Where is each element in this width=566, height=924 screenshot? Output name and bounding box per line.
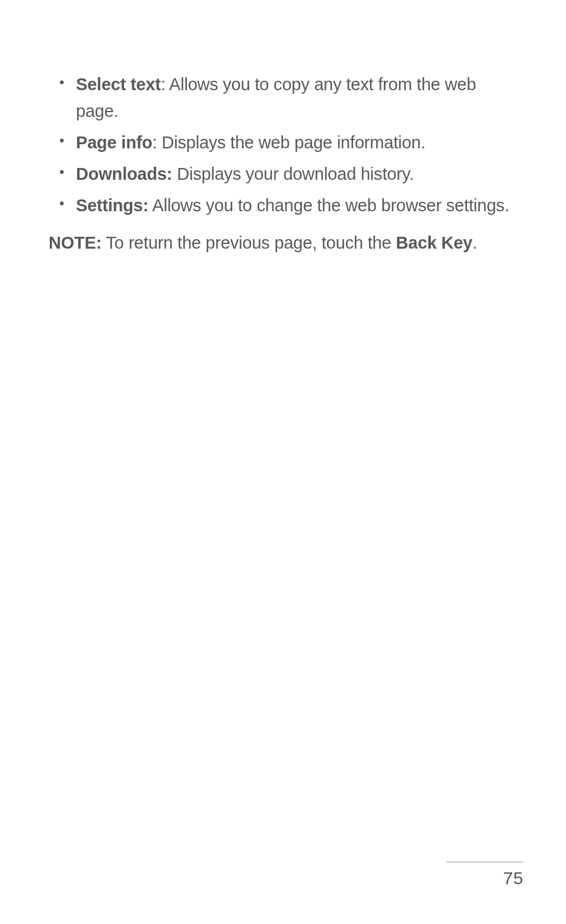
- list-desc: Allows you to change the web browser set…: [152, 196, 510, 215]
- page-footer: 75: [446, 862, 523, 888]
- list-sep: :: [161, 75, 169, 94]
- page-rule: [446, 862, 523, 862]
- bullet-list: Select text: Allows you to copy any text…: [49, 71, 517, 219]
- list-sep: :: [152, 133, 162, 152]
- note-paragraph: NOTE: To return the previous page, touch…: [49, 230, 517, 256]
- note-text-after: .: [472, 233, 477, 252]
- note-label: NOTE:: [49, 233, 101, 252]
- list-term: Page info: [76, 133, 152, 152]
- list-item: Settings: Allows you to change the web b…: [59, 192, 517, 219]
- note-key: Back Key: [396, 233, 472, 252]
- page-number: 75: [446, 868, 523, 888]
- list-term: Downloads:: [76, 164, 172, 183]
- list-item: Select text: Allows you to copy any text…: [59, 71, 517, 125]
- list-item: Page info: Displays the web page informa…: [59, 129, 517, 156]
- note-text-before: To return the previous page, touch the: [101, 233, 396, 252]
- list-term: Select text: [76, 75, 161, 94]
- list-term: Settings:: [76, 196, 148, 215]
- list-desc: Displays the web page information.: [161, 133, 425, 152]
- list-item: Downloads: Displays your download histor…: [59, 161, 517, 188]
- list-desc: Displays your download history.: [177, 164, 414, 183]
